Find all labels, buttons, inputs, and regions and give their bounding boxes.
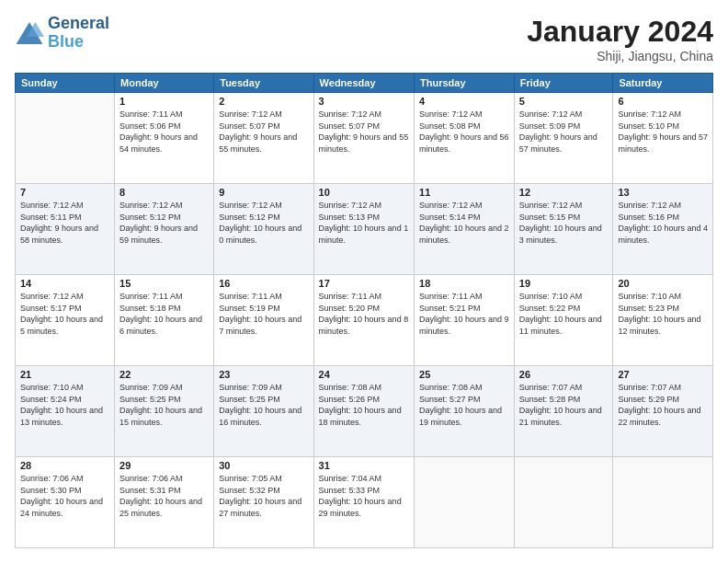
day-cell: 17Sunrise: 7:11 AMSunset: 5:20 PMDayligh… [313, 275, 414, 366]
day-cell: 10Sunrise: 7:12 AMSunset: 5:13 PMDayligh… [313, 184, 414, 275]
day-cell: 28Sunrise: 7:06 AMSunset: 5:30 PMDayligh… [16, 457, 115, 548]
day-info: Sunrise: 7:11 AMSunset: 5:18 PMDaylight:… [119, 291, 209, 337]
day-cell: 4Sunrise: 7:12 AMSunset: 5:08 PMDaylight… [415, 93, 515, 184]
day-number: 11 [419, 187, 509, 198]
day-number: 6 [618, 96, 708, 107]
logo-icon [15, 20, 44, 46]
day-cell: 25Sunrise: 7:08 AMSunset: 5:27 PMDayligh… [415, 366, 515, 457]
day-number: 10 [319, 187, 409, 198]
header-saturday: Saturday [613, 74, 713, 93]
day-info: Sunrise: 7:12 AMSunset: 5:11 PMDaylight:… [20, 200, 109, 246]
day-number: 3 [319, 96, 409, 107]
header-wednesday: Wednesday [313, 74, 414, 93]
day-cell: 27Sunrise: 7:07 AMSunset: 5:29 PMDayligh… [613, 366, 713, 457]
day-cell: 21Sunrise: 7:10 AMSunset: 5:24 PMDayligh… [16, 366, 115, 457]
empty-cell [415, 457, 515, 548]
day-info: Sunrise: 7:08 AMSunset: 5:26 PMDaylight:… [319, 382, 409, 428]
title-block: January 2024 Shiji, Jiangsu, China [527, 15, 713, 63]
day-info: Sunrise: 7:12 AMSunset: 5:07 PMDaylight:… [319, 109, 409, 155]
day-info: Sunrise: 7:11 AMSunset: 5:19 PMDaylight:… [219, 291, 308, 337]
calendar-week-row: 21Sunrise: 7:10 AMSunset: 5:24 PMDayligh… [16, 366, 713, 457]
day-info: Sunrise: 7:11 AMSunset: 5:20 PMDaylight:… [319, 291, 409, 337]
day-cell: 19Sunrise: 7:10 AMSunset: 5:22 PMDayligh… [514, 275, 613, 366]
day-cell: 12Sunrise: 7:12 AMSunset: 5:15 PMDayligh… [514, 184, 613, 275]
day-number: 20 [618, 278, 708, 289]
day-number: 1 [119, 96, 209, 107]
day-number: 18 [419, 278, 509, 289]
logo: General Blue [15, 15, 109, 52]
calendar-table: Sunday Monday Tuesday Wednesday Thursday… [15, 73, 713, 548]
day-cell: 13Sunrise: 7:12 AMSunset: 5:16 PMDayligh… [613, 184, 713, 275]
day-number: 8 [119, 187, 209, 198]
day-cell: 1Sunrise: 7:11 AMSunset: 5:06 PMDaylight… [115, 93, 214, 184]
day-number: 28 [20, 460, 109, 471]
day-number: 19 [519, 278, 609, 289]
month-title: January 2024 [527, 15, 713, 49]
day-cell: 20Sunrise: 7:10 AMSunset: 5:23 PMDayligh… [613, 275, 713, 366]
day-info: Sunrise: 7:10 AMSunset: 5:23 PMDaylight:… [618, 291, 708, 337]
day-cell: 9Sunrise: 7:12 AMSunset: 5:12 PMDaylight… [214, 184, 313, 275]
calendar-header-row: Sunday Monday Tuesday Wednesday Thursday… [16, 74, 713, 93]
day-cell: 22Sunrise: 7:09 AMSunset: 5:25 PMDayligh… [115, 366, 214, 457]
day-cell: 26Sunrise: 7:07 AMSunset: 5:28 PMDayligh… [514, 366, 613, 457]
day-number: 21 [20, 369, 109, 380]
day-cell: 30Sunrise: 7:05 AMSunset: 5:32 PMDayligh… [214, 457, 313, 548]
day-number: 14 [20, 278, 109, 289]
calendar-week-row: 1Sunrise: 7:11 AMSunset: 5:06 PMDaylight… [16, 93, 713, 184]
day-info: Sunrise: 7:05 AMSunset: 5:32 PMDaylight:… [219, 473, 308, 519]
day-number: 17 [319, 278, 409, 289]
day-info: Sunrise: 7:08 AMSunset: 5:27 PMDaylight:… [419, 382, 509, 428]
day-number: 7 [20, 187, 109, 198]
day-number: 15 [119, 278, 209, 289]
calendar-week-row: 14Sunrise: 7:12 AMSunset: 5:17 PMDayligh… [16, 275, 713, 366]
day-cell: 15Sunrise: 7:11 AMSunset: 5:18 PMDayligh… [115, 275, 214, 366]
day-number: 9 [219, 187, 308, 198]
day-number: 5 [519, 96, 609, 107]
logo-text: General Blue [48, 15, 109, 52]
day-info: Sunrise: 7:10 AMSunset: 5:22 PMDaylight:… [519, 291, 609, 337]
header-tuesday: Tuesday [214, 74, 313, 93]
day-cell: 14Sunrise: 7:12 AMSunset: 5:17 PMDayligh… [16, 275, 115, 366]
day-info: Sunrise: 7:10 AMSunset: 5:24 PMDaylight:… [20, 382, 109, 428]
header-friday: Friday [514, 74, 613, 93]
day-cell: 6Sunrise: 7:12 AMSunset: 5:10 PMDaylight… [613, 93, 713, 184]
day-number: 12 [519, 187, 609, 198]
day-number: 30 [219, 460, 308, 471]
day-info: Sunrise: 7:12 AMSunset: 5:14 PMDaylight:… [419, 200, 509, 246]
header-thursday: Thursday [415, 74, 515, 93]
calendar-week-row: 28Sunrise: 7:06 AMSunset: 5:30 PMDayligh… [16, 457, 713, 548]
header-monday: Monday [115, 74, 214, 93]
day-info: Sunrise: 7:07 AMSunset: 5:28 PMDaylight:… [519, 382, 609, 428]
header: General Blue January 2024 Shiji, Jiangsu… [15, 15, 713, 63]
page: General Blue January 2024 Shiji, Jiangsu… [0, 0, 728, 563]
day-info: Sunrise: 7:09 AMSunset: 5:25 PMDaylight:… [219, 382, 308, 428]
day-info: Sunrise: 7:12 AMSunset: 5:12 PMDaylight:… [219, 200, 308, 246]
empty-cell [613, 457, 713, 548]
day-info: Sunrise: 7:11 AMSunset: 5:06 PMDaylight:… [119, 109, 209, 155]
day-info: Sunrise: 7:06 AMSunset: 5:30 PMDaylight:… [20, 473, 109, 519]
logo-general: General [48, 15, 109, 33]
day-number: 31 [319, 460, 409, 471]
day-info: Sunrise: 7:12 AMSunset: 5:10 PMDaylight:… [618, 109, 708, 155]
day-info: Sunrise: 7:09 AMSunset: 5:25 PMDaylight:… [119, 382, 209, 428]
day-cell: 11Sunrise: 7:12 AMSunset: 5:14 PMDayligh… [415, 184, 515, 275]
day-number: 24 [319, 369, 409, 380]
day-cell: 2Sunrise: 7:12 AMSunset: 5:07 PMDaylight… [214, 93, 313, 184]
day-info: Sunrise: 7:11 AMSunset: 5:21 PMDaylight:… [419, 291, 509, 337]
day-info: Sunrise: 7:12 AMSunset: 5:07 PMDaylight:… [219, 109, 308, 155]
day-number: 16 [219, 278, 308, 289]
day-info: Sunrise: 7:07 AMSunset: 5:29 PMDaylight:… [618, 382, 708, 428]
empty-cell [514, 457, 613, 548]
day-info: Sunrise: 7:12 AMSunset: 5:16 PMDaylight:… [618, 200, 708, 246]
day-number: 27 [618, 369, 708, 380]
day-info: Sunrise: 7:12 AMSunset: 5:09 PMDaylight:… [519, 109, 609, 155]
day-cell: 31Sunrise: 7:04 AMSunset: 5:33 PMDayligh… [313, 457, 414, 548]
day-number: 2 [219, 96, 308, 107]
calendar-week-row: 7Sunrise: 7:12 AMSunset: 5:11 PMDaylight… [16, 184, 713, 275]
day-cell: 18Sunrise: 7:11 AMSunset: 5:21 PMDayligh… [415, 275, 515, 366]
day-info: Sunrise: 7:12 AMSunset: 5:17 PMDaylight:… [20, 291, 109, 337]
day-cell: 5Sunrise: 7:12 AMSunset: 5:09 PMDaylight… [514, 93, 613, 184]
empty-cell [16, 93, 115, 184]
day-number: 23 [219, 369, 308, 380]
day-info: Sunrise: 7:06 AMSunset: 5:31 PMDaylight:… [119, 473, 209, 519]
